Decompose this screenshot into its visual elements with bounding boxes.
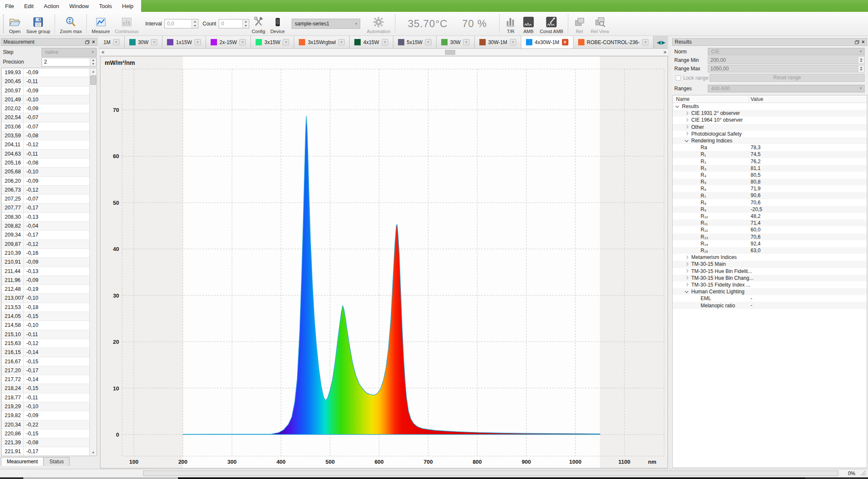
tab-4x30w-1m[interactable]: 4x30W-1M× — [521, 36, 573, 48]
tab-close-icon[interactable]: × — [338, 39, 345, 45]
measurement-row[interactable]: 204,11-0,12 — [2, 140, 89, 149]
expand-icon[interactable] — [685, 118, 688, 122]
tab-close-icon[interactable]: × — [113, 39, 120, 45]
tree-row-r-[interactable]: R₉-20,5 — [673, 206, 867, 213]
measurement-row[interactable]: 210,39-0,16 — [2, 249, 89, 258]
tab-nav-left-icon[interactable]: ◀ — [657, 39, 661, 45]
scroll-up-icon[interactable]: ▲ — [90, 68, 97, 75]
tab-1x15w[interactable]: 1x15W× — [162, 36, 206, 48]
tree-header-divider[interactable] — [748, 95, 749, 103]
toolbar-drag-handle[interactable] — [3, 14, 5, 33]
measurement-row[interactable]: 199,93-0,09 — [2, 68, 89, 77]
zoom-max-button[interactable]: Zoom max — [57, 13, 84, 35]
measurement-row[interactable]: 211,44-0,13 — [2, 267, 89, 276]
float-panel-icon[interactable] — [855, 40, 859, 44]
tree-row-tm-30-15-hue-bin-chang-[interactable]: TM-30-15 Hue Bin Chang... — [673, 275, 867, 281]
expand-icon[interactable] — [685, 125, 688, 128]
collapse-icon[interactable] — [685, 289, 688, 292]
tree-row-ra[interactable]: Ra78,3 — [673, 144, 867, 151]
measurement-row[interactable]: 221,91-0,17 — [2, 447, 89, 456]
expand-icon[interactable] — [685, 262, 688, 266]
measurement-row[interactable]: 204,63-0,11 — [2, 150, 89, 159]
open-button[interactable]: Open — [6, 13, 24, 35]
collapse-icon[interactable] — [685, 138, 688, 142]
tree-row-r-[interactable]: R₁₀48,2 — [673, 213, 867, 220]
expand-icon[interactable] — [685, 132, 688, 135]
tree-row-tm-30-15-main[interactable]: TM-30-15 Main — [673, 261, 867, 267]
tree-row-r-[interactable]: R₁₄92,4 — [673, 240, 867, 247]
tab-30w[interactable]: 30W× — [125, 36, 163, 48]
measurement-row[interactable]: 214,58-0,10 — [2, 321, 89, 330]
tree-row-cie-1964-10-observer[interactable]: CIE 1964 10° observer — [673, 117, 867, 123]
tab-close-icon[interactable]: × — [463, 39, 470, 45]
measurement-row[interactable]: 221,39-0,08 — [2, 438, 89, 447]
tab-close-icon[interactable]: × — [425, 39, 431, 45]
precision-spinner[interactable] — [90, 58, 96, 66]
tree-row-cie-1931-2-observer[interactable]: CIE 1931 2° observer — [673, 110, 867, 117]
chart-scroll-right-icon[interactable]: > — [662, 50, 668, 55]
tree-row-r-[interactable]: R₈70,6 — [673, 199, 867, 206]
tree-row-results[interactable]: Results — [673, 103, 867, 110]
range-max-spinner[interactable] — [858, 65, 864, 72]
measurement-row[interactable]: 215,63-0,12 — [2, 339, 89, 348]
tree-row-r-[interactable]: R₁₁71,4 — [673, 220, 867, 226]
spectrum-chart[interactable]: 0102030405060701002003004005006007008009… — [100, 56, 668, 468]
measurement-row[interactable]: 202,54-0,07 — [2, 113, 89, 122]
automation-button[interactable]: Automation — [364, 13, 393, 35]
measurement-row[interactable]: 206,73-0,12 — [2, 186, 89, 195]
tab-1m[interactable]: 1M× — [99, 36, 125, 48]
tree-row-tm-30-15-hue-bin-fidelit-[interactable]: TM-30-15 Hue Bin Fidelit... — [673, 268, 867, 275]
tab-2x-15w[interactable]: 2x-15W× — [206, 36, 251, 48]
tree-row-r-[interactable]: R₂76,2 — [673, 158, 867, 165]
measurement-row[interactable]: 217,72-0,14 — [2, 375, 89, 384]
tab-close-icon[interactable]: × — [151, 39, 157, 45]
tree-row-r-[interactable]: R₄80,5 — [673, 172, 867, 178]
menu-tools[interactable]: Tools — [94, 0, 117, 12]
expand-icon[interactable] — [685, 276, 688, 279]
range-max-field[interactable]: 1050,00 — [708, 65, 865, 72]
measurement-row[interactable]: 218,77-0,11 — [2, 393, 89, 402]
tab-status[interactable]: Status — [44, 457, 70, 466]
measurement-row[interactable]: 205,16-0,08 — [2, 159, 89, 167]
measurement-row[interactable]: 216,67-0,15 — [2, 357, 89, 366]
measurement-row[interactable]: 213,53-0,18 — [2, 303, 89, 312]
tab-close-icon[interactable]: × — [195, 39, 201, 45]
measurement-row[interactable]: 210,91-0,09 — [2, 258, 89, 267]
measurement-row[interactable]: 203,59-0,08 — [2, 131, 89, 140]
tree-row-r-[interactable]: R₃81,1 — [673, 165, 867, 172]
tab-3x15wrgbwl[interactable]: 3x15Wrgbwl× — [294, 36, 350, 48]
tab-close-icon[interactable]: × — [382, 39, 388, 45]
measurement-row[interactable]: 208,82-0,04 — [2, 222, 89, 231]
tr-button[interactable]: T/R — [502, 13, 520, 35]
spectrum-chart-svg[interactable]: 0102030405060701002003004005006007008009… — [100, 56, 668, 468]
amb-button[interactable]: AMB — [520, 13, 537, 35]
tab-close-icon[interactable]: × — [562, 39, 568, 45]
measurement-scrollbar[interactable]: ▲ ▼ — [89, 68, 97, 456]
measurement-row[interactable]: 220,34-0,22 — [2, 421, 89, 429]
interval-spinner[interactable] — [192, 19, 198, 28]
measurement-row[interactable]: 214,05-0,15 — [2, 312, 89, 321]
tree-row-melanopic-ratio[interactable]: Melanopic ratio- — [673, 302, 867, 309]
measurement-row[interactable]: 217,20-0,17 — [2, 366, 89, 375]
float-panel-icon[interactable] — [85, 40, 89, 44]
interval-field[interactable]: 0,0 — [164, 19, 198, 28]
expand-icon[interactable] — [685, 111, 688, 115]
tree-row-r-[interactable]: R₅80,8 — [673, 178, 867, 185]
tab-robe-control-236-[interactable]: ROBE-CONTROL-236-× — [573, 36, 654, 48]
measurement-row[interactable]: 216,15-0,14 — [2, 348, 89, 357]
measure-button[interactable]: Measure — [89, 13, 112, 35]
norm-select[interactable]: CIE ▼ — [708, 48, 865, 56]
tab-nav-buttons[interactable]: ◀▶ — [654, 36, 668, 48]
tree-row-r-[interactable]: R₁₃70,6 — [673, 234, 867, 240]
scrollbar-thumb[interactable] — [90, 75, 96, 85]
measurement-row[interactable]: 207,77-0,17 — [2, 203, 89, 212]
config-button[interactable]: Config — [249, 13, 268, 35]
tree-row-r-[interactable]: R₆71,9 — [673, 185, 867, 192]
tab-30w[interactable]: 30W× — [437, 36, 475, 48]
close-panel-icon[interactable]: × — [92, 40, 95, 44]
tab-4x15w[interactable]: 4x15W× — [350, 36, 393, 48]
tree-row-r-[interactable]: R₁₅63,0 — [673, 247, 867, 254]
measurement-row[interactable]: 219,82-0,09 — [2, 411, 89, 420]
tree-row-other[interactable]: Other — [673, 124, 867, 131]
save-group-button[interactable]: Save group — [24, 13, 53, 35]
